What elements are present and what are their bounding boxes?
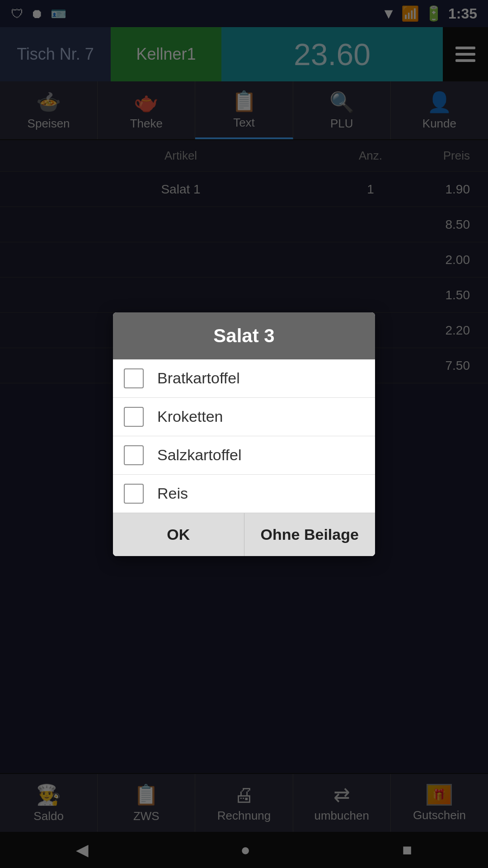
option-reis[interactable]: Reis	[113, 475, 375, 513]
dialog-footer: OK Ohne Beilage	[113, 513, 375, 556]
option-label-reis: Reis	[157, 485, 188, 502]
modal-overlay: Salat 3 Bratkartoffel Kroketten Salzkart…	[0, 0, 488, 868]
checkbox-salzkartoffel[interactable]	[124, 445, 144, 465]
option-salzkartoffel[interactable]: Salzkartoffel	[113, 436, 375, 475]
checkbox-kroketten[interactable]	[124, 407, 144, 427]
dialog: Salat 3 Bratkartoffel Kroketten Salzkart…	[113, 312, 375, 556]
option-label-kroketten: Kroketten	[157, 408, 223, 425]
option-label-bratkartoffel: Bratkartoffel	[157, 369, 240, 387]
checkbox-reis[interactable]	[124, 484, 144, 504]
ohne-beilage-button[interactable]: Ohne Beilage	[244, 513, 375, 556]
option-bratkartoffel[interactable]: Bratkartoffel	[113, 359, 375, 398]
dialog-title: Salat 3	[113, 312, 375, 359]
checkbox-bratkartoffel[interactable]	[124, 368, 144, 388]
option-label-salzkartoffel: Salzkartoffel	[157, 446, 241, 464]
ok-button[interactable]: OK	[113, 513, 244, 556]
dialog-body: Bratkartoffel Kroketten Salzkartoffel Re…	[113, 359, 375, 513]
option-kroketten[interactable]: Kroketten	[113, 398, 375, 436]
